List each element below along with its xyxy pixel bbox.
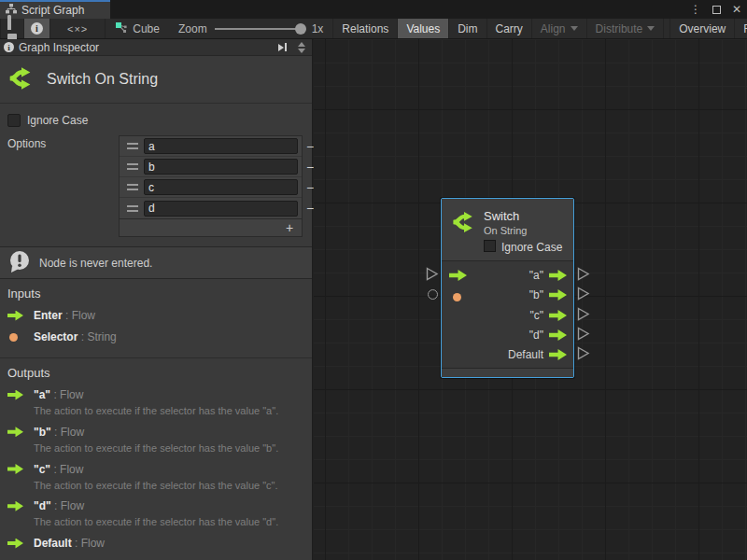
node-port-a[interactable]: "a"	[529, 269, 567, 282]
warning-box: Node is never entered.	[0, 246, 312, 279]
options-list: − − − − +	[119, 135, 303, 237]
option-item: −	[120, 136, 302, 157]
flow-arrow-icon	[549, 329, 567, 341]
maximize-icon[interactable]	[712, 6, 721, 14]
flow-arrow-icon	[7, 539, 23, 549]
drag-handle-icon[interactable]	[127, 163, 138, 170]
unit-title-block: Switch On String	[0, 56, 312, 104]
add-option-button[interactable]: +	[277, 219, 302, 236]
input-port-selector: Selector : String	[7, 330, 304, 343]
outputs-section: Outputs "a" : Flow The action to execute…	[0, 358, 312, 560]
outputs-header: Outputs	[7, 366, 304, 380]
values-button[interactable]: Values	[398, 19, 449, 38]
zoom-slider[interactable]	[215, 28, 304, 30]
external-flow-port[interactable]	[577, 346, 590, 363]
graph-inspector-panel: i Graph Inspector Switch On String Ignor…	[0, 39, 313, 560]
string-dot-icon	[453, 293, 461, 301]
ignore-case-checkbox[interactable]	[7, 114, 21, 127]
panel-scrubber	[295, 42, 308, 53]
dim-button[interactable]: Dim	[449, 19, 486, 38]
window-menu-icon[interactable]: ⋮	[690, 3, 701, 16]
code-view-button[interactable]: <×>	[50, 19, 106, 38]
external-flow-port[interactable]	[577, 327, 590, 343]
output-port-d: "d" : Flow	[7, 499, 304, 512]
flow-arrow-icon	[7, 427, 23, 437]
option-input[interactable]	[144, 179, 298, 195]
close-icon[interactable]: ✕	[732, 3, 741, 16]
scroll-up-icon[interactable]	[298, 42, 305, 47]
inputs-section: Inputs Enter : Flow Selector : String	[0, 279, 312, 357]
option-input[interactable]	[144, 159, 298, 175]
dock-panel-button[interactable]	[275, 43, 290, 51]
inputs-header: Inputs	[7, 287, 304, 301]
align-button[interactable]: Align	[532, 19, 587, 38]
node-port-b[interactable]: "b"	[529, 288, 567, 301]
node-title: Switch	[484, 209, 519, 223]
code-icon: <×>	[67, 23, 88, 35]
graph-node-icon	[115, 21, 127, 36]
flow-arrow-icon	[7, 464, 23, 474]
dock-icon	[278, 44, 284, 51]
node-port-default[interactable]: Default	[508, 348, 567, 361]
info-icon: i	[4, 42, 14, 52]
output-port-c-description: The action to execute if the selector ha…	[34, 480, 304, 493]
input-port-enter: Enter : Flow	[7, 309, 304, 322]
output-port-default: Default : Flow	[7, 537, 304, 550]
flow-arrow-icon	[549, 310, 567, 321]
flow-arrow-icon	[7, 390, 23, 400]
chevron-down-icon	[571, 26, 578, 31]
lock-icon	[7, 17, 17, 40]
toolbar-buttons: Relations Values Dim Carry Align Distrib…	[332, 19, 747, 38]
flow-arrow-icon	[549, 270, 567, 281]
graph-inspector-header: i Graph Inspector	[0, 39, 312, 56]
external-value-port[interactable]	[428, 289, 438, 300]
overview-button[interactable]: Overview	[669, 19, 735, 38]
external-flow-port[interactable]	[577, 287, 590, 303]
external-flow-port[interactable]	[426, 267, 439, 284]
zoom-slider-handle[interactable]	[295, 23, 306, 35]
switch-on-string-icon	[7, 64, 35, 95]
node-ignore-case-checkbox[interactable]	[484, 240, 496, 252]
inspector-toggle-button[interactable]: i	[24, 19, 50, 38]
drag-handle-icon[interactable]	[127, 143, 138, 149]
full-screen-button[interactable]: Full Screen	[735, 19, 747, 38]
warning-text: Node is never entered.	[39, 257, 152, 270]
options-row: Options − − −	[7, 135, 303, 237]
node-header[interactable]: Switch On String Ignore Case	[442, 199, 573, 261]
drag-handle-icon[interactable]	[127, 184, 138, 190]
scroll-down-icon[interactable]	[298, 49, 305, 53]
lock-button[interactable]	[0, 19, 24, 38]
output-port-b: "b" : Flow	[7, 426, 304, 439]
option-input[interactable]	[144, 138, 298, 154]
ignore-case-label: Ignore Case	[27, 114, 88, 127]
option-item: −	[120, 177, 302, 198]
breadcrumb-label: Cube	[133, 22, 160, 35]
option-item: −	[120, 157, 302, 177]
output-port-c: "c" : Flow	[7, 463, 304, 476]
external-flow-port[interactable]	[577, 307, 590, 324]
drag-handle-icon[interactable]	[127, 205, 138, 212]
graph-inspector-title: Graph Inspector	[19, 41, 270, 54]
window-controls: ⋮ ✕	[690, 0, 741, 19]
node-port-d[interactable]: "d"	[529, 329, 567, 342]
flow-arrow-icon	[549, 349, 567, 360]
node-port-c[interactable]: "c"	[529, 309, 567, 322]
distribute-button[interactable]: Distribute	[587, 19, 665, 38]
node-port-selector[interactable]	[453, 290, 461, 303]
tab-title: Script Graph	[21, 4, 84, 17]
graph-canvas[interactable]: Switch On String Ignore Case "a" "b" "c"…	[314, 39, 747, 560]
carry-button[interactable]: Carry	[487, 19, 532, 38]
flow-arrow-icon	[7, 501, 23, 511]
ignore-case-row: Ignore Case	[7, 113, 303, 128]
tab-script-graph[interactable]: Script Graph	[0, 0, 110, 19]
relations-button[interactable]: Relations	[332, 19, 398, 38]
switch-on-string-node[interactable]: Switch On String Ignore Case "a" "b" "c"…	[441, 198, 574, 378]
breadcrumb[interactable]: Cube	[106, 19, 169, 38]
unit-controls: Ignore Case Options − − −	[0, 104, 312, 243]
flow-arrow-icon	[549, 289, 567, 301]
info-icon: i	[31, 22, 43, 35]
node-port-enter[interactable]	[449, 269, 467, 282]
option-input[interactable]	[144, 201, 298, 217]
external-flow-port[interactable]	[577, 267, 590, 284]
chevron-down-icon	[647, 26, 655, 31]
